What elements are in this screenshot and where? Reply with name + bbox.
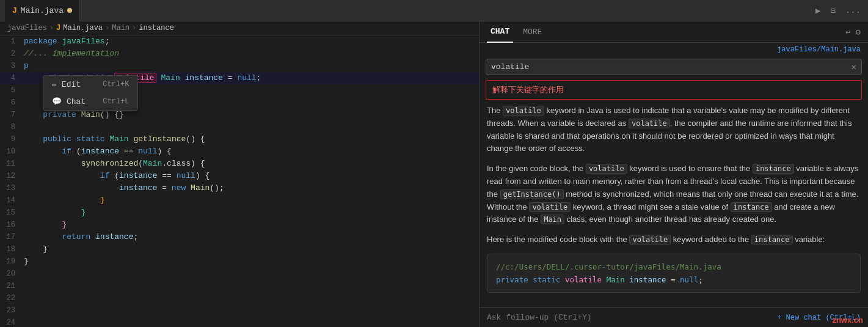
breadcrumb-javafiles[interactable]: javaFiles <box>7 24 47 32</box>
main-layout: javaFiles › J Main.java › Main › instanc… <box>0 21 868 327</box>
code-line: 10 if (instance == null) { <box>0 145 479 158</box>
run-button[interactable]: ▶ <box>813 4 823 17</box>
history-icon[interactable]: ↩ <box>845 27 850 37</box>
code-line: 24 <box>0 317 479 327</box>
settings-icon[interactable]: ⚙ <box>856 27 861 37</box>
red-box-query: 解释下关键字的作用 <box>486 80 862 100</box>
chat-input[interactable] <box>487 313 772 322</box>
edit-shortcut: Ctrl+K <box>90 80 129 89</box>
tooltip-edit-label: Edit <box>62 80 81 89</box>
file-ref-bar: javaFiles/Main.java <box>480 43 868 56</box>
title-bar-actions: ▶ ⊟ ... <box>813 4 863 17</box>
inline-code-instance: instance <box>753 164 794 174</box>
chat-header-right: ↩ ⚙ <box>845 27 861 37</box>
java-icon: J <box>12 6 17 15</box>
code-line: 1 package javaFiles; <box>0 35 479 48</box>
code-line: 18 } <box>0 243 479 255</box>
tab-filename: Main.java <box>21 6 64 15</box>
chat-panel: CHAT MORE ↩ ⚙ javaFiles/Main.java ✕ 解释下关… <box>480 21 868 327</box>
breadcrumb: javaFiles › J Main.java › Main › instanc… <box>0 21 479 35</box>
close-icon[interactable]: ✕ <box>852 62 856 72</box>
editor-panel: javaFiles › J Main.java › Main › instanc… <box>0 21 480 327</box>
code-block-line1: //c:/Users/DELL/.cursor-tutor/javaFiles/… <box>496 260 852 273</box>
modified-dot <box>67 8 72 13</box>
code-line: 22 <box>0 292 479 304</box>
code-line: 3 p <box>0 60 479 72</box>
chat-tab[interactable]: CHAT <box>487 21 513 43</box>
inline-code-volatile4: volatile <box>529 202 571 212</box>
code-line: 15 } <box>0 207 479 219</box>
inline-code-instance3: instance <box>751 235 793 244</box>
code-block: //c:/Users/DELL/.cursor-tutor/javaFiles/… <box>487 254 861 293</box>
search-bar-wrap: ✕ <box>480 56 868 80</box>
code-block-line2: private static volatile Main instance = … <box>496 273 852 286</box>
chat-paragraph-1: The volatile keyword in Java is used to … <box>487 105 861 155</box>
inline-code-volatile5: volatile <box>629 235 671 244</box>
tooltip-chat-label: Chat <box>67 97 86 106</box>
tooltip-edit[interactable]: ✏ Edit Ctrl+K <box>43 76 137 93</box>
code-line: 23 <box>0 304 479 317</box>
code-line: 21 <box>0 280 479 292</box>
more-button[interactable]: ... <box>843 4 863 17</box>
chat-icon: 💬 <box>52 97 62 106</box>
file-reference[interactable]: javaFiles/Main.java <box>777 45 861 54</box>
inline-code-volatile2: volatile <box>629 119 670 128</box>
code-line: 9 public static Main getInstance() { <box>0 133 479 145</box>
code-line: 7 private Main() {} <box>0 109 479 121</box>
inline-code-instance2: instance <box>731 202 772 212</box>
tooltip-chat[interactable]: 💬 Chat Ctrl+L <box>43 93 137 110</box>
chat-input-area: + New chat (Ctrl+L) <box>480 307 868 327</box>
search-bar: ✕ <box>486 59 862 75</box>
chat-shortcut: Ctrl+L <box>90 97 129 106</box>
code-line: 14 } <box>0 194 479 207</box>
title-bar: J Main.java ▶ ⊟ ... <box>0 0 868 21</box>
code-line: 16 } <box>0 219 479 231</box>
inline-code-volatile3: volatile <box>586 164 627 174</box>
code-line: 19 } <box>0 255 479 268</box>
search-input[interactable] <box>491 62 848 72</box>
tooltip-popup: ✏ Edit Ctrl+K 💬 Chat Ctrl+L <box>43 75 138 111</box>
chat-paragraph-3: Here is the modified code block with the… <box>487 233 861 246</box>
chat-header: CHAT MORE ↩ ⚙ <box>480 21 868 43</box>
chat-paragraph-2: In the given code block, the volatile ke… <box>487 163 861 226</box>
inline-code-getinstance: getInstance() <box>500 189 564 199</box>
code-line: 12 if (instance == null) { <box>0 170 479 182</box>
inline-code-volatile: volatile <box>503 106 544 116</box>
chat-content[interactable]: The volatile keyword in Java is used to … <box>480 105 868 307</box>
code-line: 8 <box>0 121 479 133</box>
editor-tab[interactable]: J Main.java <box>5 0 80 21</box>
code-line: 20 <box>0 268 479 280</box>
edit-icon: ✏ <box>52 79 57 89</box>
inline-code-main: Main <box>541 215 564 224</box>
code-line: 13 instance = new Main(); <box>0 182 479 194</box>
layout-button[interactable]: ⊟ <box>828 4 837 17</box>
code-line: 17 return instance; <box>0 231 479 243</box>
code-line: 11 synchronized(Main.class) { <box>0 158 479 170</box>
more-tab[interactable]: MORE <box>519 21 545 43</box>
watermark: znwx.cn <box>832 315 863 325</box>
code-line: 2 //... implementation <box>0 48 479 60</box>
